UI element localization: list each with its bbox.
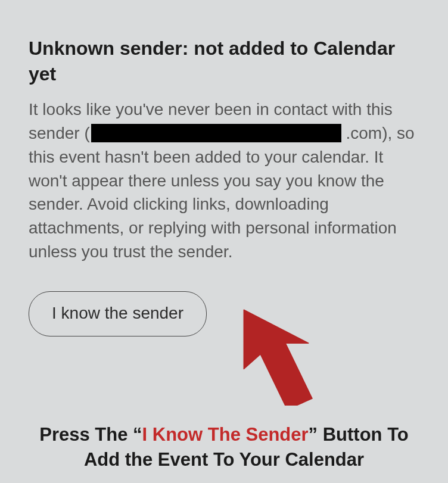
redacted-sender-email	[91, 124, 341, 142]
caption-pre: Press The “	[39, 424, 142, 445]
body-text-post: .com), so this event hasn't been added t…	[29, 124, 415, 261]
warning-body: It looks like you've never been in conta…	[29, 98, 419, 263]
caption-highlight: I Know The Sender	[142, 424, 309, 445]
i-know-the-sender-button[interactable]: I know the sender	[29, 291, 207, 336]
warning-heading: Unknown sender: not added to Calendar ye…	[29, 36, 419, 87]
annotation-cursor-arrow-icon	[238, 304, 322, 408]
instruction-caption: Press The “I Know The Sender” Button To …	[0, 422, 448, 472]
